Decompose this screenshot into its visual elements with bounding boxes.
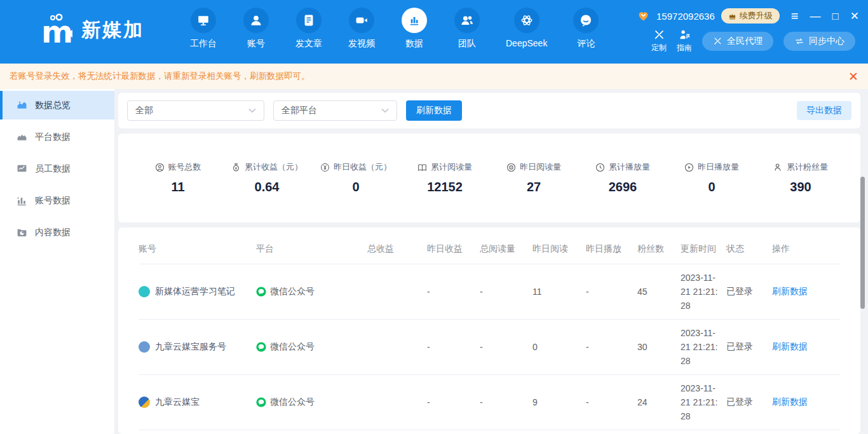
account-filter-select[interactable]: 全部 <box>127 100 264 121</box>
header-user-area: 15972092636 续费升级 ≡ — □ ✕ <box>637 8 859 24</box>
sidebar-item-content-data[interactable]: 内容数据 <box>0 218 114 247</box>
window-controls: ≡ — □ ✕ <box>791 10 859 22</box>
accounts-table: 账号 平台 总收益 昨日收益 总阅读量 昨日阅读 昨日播放 粉丝数 更新时间 状… <box>118 227 860 434</box>
top-header: m 新媒加 工作台 账号 发文章 <box>0 0 868 64</box>
guide-button[interactable]: 指南 <box>677 29 692 53</box>
account-avatar <box>139 341 150 353</box>
app-window: m 新媒加 工作台 账号 发文章 <box>0 0 868 434</box>
updated-time: 2023-11-21 21:21:28 <box>681 326 720 368</box>
stats-overview: 账号总数 11 累计收益（元） 0.64 昨日收益（元） <box>118 133 860 222</box>
fans-icon <box>773 163 783 172</box>
logo-mark-icon: m <box>39 13 74 47</box>
close-button[interactable]: ✕ <box>850 11 859 22</box>
scrollbar[interactable] <box>860 177 865 309</box>
bars-chart-icon <box>17 195 27 206</box>
app-logo: m 新媒加 <box>39 13 144 47</box>
status-badge: 已登录 <box>726 341 772 353</box>
money-bag-icon <box>231 163 241 172</box>
banner-close-icon[interactable]: ✕ <box>848 69 858 84</box>
main-nav: 工作台 账号 发文章 发视频 <box>189 8 600 50</box>
sidebar-item-account-data[interactable]: 账号数据 <box>0 186 114 215</box>
export-data-button[interactable]: 导出数据 <box>797 101 851 120</box>
sidebar-item-data-overview[interactable]: 数据总览 <box>0 91 114 119</box>
status-badge: 已登录 <box>726 286 772 297</box>
maximize-button[interactable]: □ <box>832 11 838 22</box>
nav-tab-data[interactable]: 数据 <box>400 8 428 50</box>
table-row: 九章云媒宝 微信公众号 - - 9 - 24 2023-11-21 21:21:… <box>139 375 840 430</box>
eye-target-icon <box>506 163 516 172</box>
sync-center-button[interactable]: 同步中心 <box>783 32 855 51</box>
sidebar: 数据总览 平台数据 员工数据 账号数据 内容数据 <box>0 89 114 434</box>
membership-heart-icon <box>637 10 650 22</box>
stat-total-plays: 累计播放量 2696 <box>578 161 667 194</box>
status-badge: 已登录 <box>726 397 772 408</box>
renew-upgrade-button[interactable]: 续费升级 <box>721 8 780 24</box>
nav-tab-workbench[interactable]: 工作台 <box>189 8 217 50</box>
stat-total-revenue: 累计收益（元） 0.64 <box>222 161 311 194</box>
team-icon <box>454 8 480 33</box>
account-cell: 九章云媒宝服务号 <box>139 341 256 353</box>
board-chart-icon <box>17 163 27 174</box>
stat-total-fans: 累计粉丝量 390 <box>756 161 845 194</box>
nav-tab-team[interactable]: DeepSeek 团队 <box>453 8 481 50</box>
stat-yesterday-reads: 昨日阅读量 27 <box>489 161 578 194</box>
header-quick-actions: 定制 指南 全民代理 同步中心 <box>651 29 855 53</box>
refresh-row-link[interactable]: 刷新数据 <box>772 286 808 296</box>
nav-tab-publish-article[interactable]: 发文章 <box>295 8 323 50</box>
main-content: 全部 全部平台 刷新数据 导出数据 账号总数 11 <box>114 89 868 434</box>
refresh-row-link[interactable]: 刷新数据 <box>772 397 808 407</box>
book-icon <box>417 163 427 172</box>
menu-button[interactable]: ≡ <box>791 10 799 22</box>
area-chart-icon <box>17 100 27 111</box>
platform-cell: 微信公众号 <box>256 286 367 297</box>
user-icon <box>243 8 269 33</box>
svg-text:m: m <box>41 14 73 47</box>
article-icon <box>296 8 322 33</box>
updated-time: 2023-11-21 21:21:28 <box>681 381 720 423</box>
wechat-icon <box>256 342 266 352</box>
nav-tab-deepseek[interactable]: DeepSeek <box>506 8 547 50</box>
refresh-row-link[interactable]: 刷新数据 <box>772 341 808 351</box>
crossed-pens-icon <box>653 29 665 41</box>
stat-total-accounts: 账号总数 11 <box>133 161 222 194</box>
user-circle-icon <box>155 163 165 172</box>
logo-text: 新媒加 <box>81 17 144 43</box>
stat-yesterday-revenue: 昨日收益（元） 0 <box>311 161 400 194</box>
wechat-icon <box>256 397 266 407</box>
platform-cell: 微信公众号 <box>256 341 367 353</box>
sidebar-item-platform-data[interactable]: 平台数据 <box>0 123 114 151</box>
nav-tab-publish-video[interactable]: 发视频 <box>348 8 376 50</box>
table-row: 九章云媒宝服务号 微信公众号 - - 0 - 30 2023-11-21 21:… <box>139 320 840 375</box>
account-avatar <box>139 397 150 408</box>
clock-icon <box>595 163 605 172</box>
folder-pie-icon <box>17 227 27 238</box>
warning-text: 若账号登录失效，将无法统计最新数据，请重新登录相关账号，刷新数据即可。 <box>10 71 310 82</box>
table-row: 新媒体运营学习笔记 微信公众号 - - 11 - 45 2023-11-21 2… <box>139 264 840 320</box>
platform-filter-select[interactable]: 全部平台 <box>273 100 397 121</box>
crown-icon <box>728 12 736 20</box>
customize-button[interactable]: 定制 <box>651 29 667 53</box>
filter-bar: 全部 全部平台 刷新数据 导出数据 <box>118 93 860 128</box>
agency-button[interactable]: 全民代理 <box>702 32 773 51</box>
warning-banner: 若账号登录失效，将无法统计最新数据，请重新登录相关账号，刷新数据即可。 ✕ <box>0 64 868 89</box>
mountain-chart-icon <box>17 132 27 142</box>
deepseek-knot-icon <box>514 8 539 33</box>
sidebar-item-employee-data[interactable]: 员工数据 <box>0 154 114 183</box>
bar-chart-icon <box>402 8 427 33</box>
account-cell: 新媒体运营学习笔记 <box>139 286 256 297</box>
account-cell: 九章云媒宝 <box>139 397 256 408</box>
refresh-data-button[interactable]: 刷新数据 <box>406 100 462 121</box>
comment-bubble-icon <box>573 8 599 33</box>
yen-circle-icon <box>320 163 330 172</box>
video-camera-icon <box>349 8 374 33</box>
minimize-button[interactable]: — <box>810 11 820 22</box>
updated-time: 2023-11-21 21:21:28 <box>681 271 720 313</box>
chevron-down-icon <box>248 108 256 113</box>
platform-cell: 微信公众号 <box>256 397 367 408</box>
play-circle-icon <box>684 163 694 172</box>
stat-yesterday-plays: 昨日播放量 0 <box>667 161 756 194</box>
stat-total-reads: 累计阅读量 12152 <box>400 161 489 194</box>
user-phone: 15972092636 <box>656 11 715 22</box>
nav-tab-comment[interactable]: 评论 <box>572 8 600 50</box>
nav-tab-account[interactable]: 账号 <box>242 8 270 50</box>
